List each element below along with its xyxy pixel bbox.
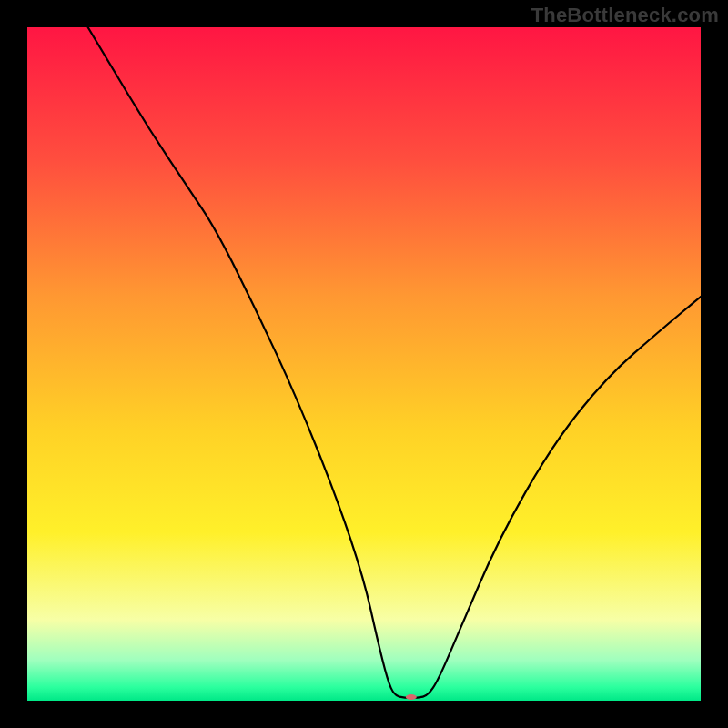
chart-svg	[27, 27, 701, 701]
optimal-point-marker	[406, 694, 417, 700]
gradient-background	[27, 27, 701, 701]
plot-area	[27, 27, 701, 701]
chart-frame: TheBottleneck.com	[0, 0, 728, 728]
watermark-text: TheBottleneck.com	[531, 4, 719, 27]
